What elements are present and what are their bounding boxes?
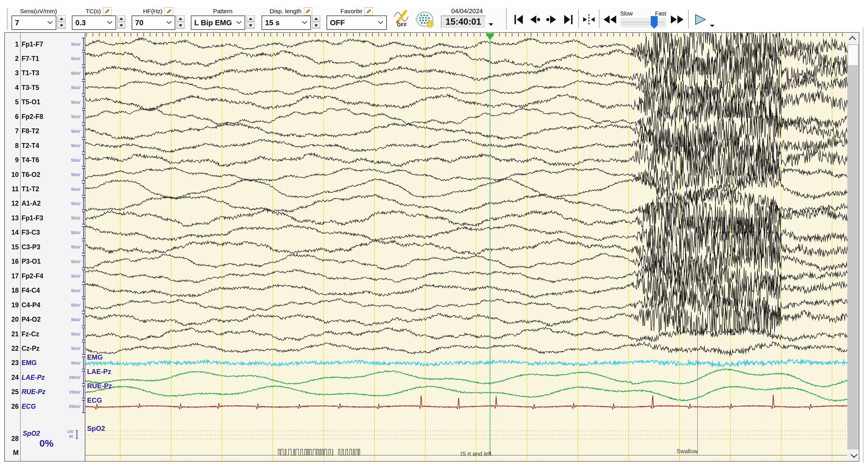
center-cursor-button[interactable] bbox=[582, 13, 596, 26]
hf-combo[interactable]: 70 bbox=[132, 15, 175, 30]
channel-row[interactable]: 1Fp1-F750uV bbox=[5, 37, 85, 52]
channel-row[interactable]: 11T1-T250uV bbox=[5, 182, 85, 196]
calibration-bar bbox=[82, 298, 85, 312]
channel-row[interactable]: 7F8-T250uV bbox=[5, 124, 85, 138]
chevron-down-icon bbox=[299, 20, 308, 25]
calibration-bar bbox=[82, 386, 85, 399]
channel-row[interactable]: 2F7-T150uV bbox=[5, 52, 85, 66]
arrow-left-dot-icon bbox=[529, 14, 541, 25]
channel-row[interactable]: 12A1-A250uV bbox=[5, 196, 85, 211]
tc-up-button[interactable] bbox=[117, 15, 125, 22]
channel-label: Fp2-F8 bbox=[22, 113, 64, 121]
channel-label: RUE-Pz bbox=[22, 388, 64, 396]
tc-down-button[interactable] bbox=[117, 23, 125, 29]
channel-row[interactable]: 25RUE-Pz150uV bbox=[5, 385, 85, 399]
channel-row[interactable]: 22Cz-Pz50uV bbox=[5, 341, 85, 356]
pencil-icon bbox=[366, 8, 372, 14]
channel-row[interactable]: 13Fp1-F350uV bbox=[5, 211, 85, 225]
channel-row[interactable]: 24LAE-Pz150uV bbox=[5, 370, 85, 385]
trace-channel-label: ECG bbox=[87, 396, 102, 404]
pattern-up-button[interactable] bbox=[246, 15, 255, 22]
trace-area[interactable]: EMGLAE-PzRUE-PzECGSpO2IS rt and leftSwal… bbox=[85, 33, 848, 461]
scroll-up-button[interactable] bbox=[847, 33, 859, 44]
channel-row[interactable]: 16P3-O150uV bbox=[5, 255, 85, 269]
hf-up-button[interactable] bbox=[177, 15, 185, 22]
eeg-trace-canvas[interactable] bbox=[85, 33, 848, 461]
display-length-up-button[interactable] bbox=[312, 15, 320, 22]
filter-toggle-button[interactable]: OFF bbox=[393, 9, 411, 28]
hf-down-button[interactable] bbox=[177, 23, 185, 29]
play-icon bbox=[693, 13, 707, 26]
window-edge-groove bbox=[863, 27, 863, 462]
channel-row[interactable]: 4T3-T550uV bbox=[5, 80, 85, 95]
channel-number: 12 bbox=[5, 200, 19, 207]
channel-row[interactable]: 3T1-T350uV bbox=[5, 66, 85, 80]
vertical-scrollbar[interactable] bbox=[847, 33, 859, 461]
slider-thumb[interactable] bbox=[651, 16, 658, 29]
channel-row[interactable]: 17Fp2-F450uV bbox=[5, 269, 85, 283]
channel-row[interactable]: 20P4-O250uV bbox=[5, 312, 85, 327]
scroll-down-button[interactable] bbox=[847, 450, 859, 461]
display-length-spinner bbox=[312, 15, 320, 29]
chevron-down-icon bbox=[850, 451, 857, 458]
channel-row[interactable]: 19C4-P450uV bbox=[5, 298, 85, 312]
channel-row[interactable]: 18F4-C450uV bbox=[5, 284, 85, 298]
pattern-combo[interactable]: L Bip EMG bbox=[191, 15, 245, 30]
toolbar-separator bbox=[506, 9, 507, 29]
calibration-bar bbox=[75, 430, 78, 439]
channel-number: 15 bbox=[5, 243, 19, 251]
tc-combo[interactable]: 0.3 bbox=[72, 15, 116, 30]
channel-number: 4 bbox=[5, 84, 19, 92]
channel-row[interactable]: 5T5-O150uV bbox=[5, 95, 85, 109]
favorite-edit-button[interactable] bbox=[365, 7, 373, 15]
pattern-down-button[interactable] bbox=[246, 23, 255, 29]
channel-row[interactable]: 10T6-O250uV bbox=[5, 167, 85, 182]
play-menu-caret[interactable] bbox=[710, 25, 715, 27]
go-first-button[interactable] bbox=[512, 13, 526, 26]
channel-scale: 50uV bbox=[64, 129, 81, 134]
channel-row[interactable]: 21Fz-Cz50uV bbox=[5, 327, 85, 341]
page-forward-button[interactable] bbox=[545, 13, 559, 26]
event-annotation[interactable]: IS rt and left bbox=[460, 451, 492, 457]
faster-button[interactable] bbox=[670, 13, 684, 26]
channel-label: T6-O2 bbox=[22, 171, 64, 179]
channel-row[interactable]: 8T2-T450uV bbox=[5, 138, 85, 153]
display-length-down-button[interactable] bbox=[312, 23, 320, 29]
calibration-bar bbox=[82, 313, 85, 326]
channel-row[interactable]: 9T4-T650uV bbox=[5, 153, 85, 167]
tc-edit-button[interactable] bbox=[103, 7, 112, 15]
calibration-bar bbox=[82, 269, 85, 283]
slower-button[interactable] bbox=[602, 13, 617, 26]
channel-row[interactable]: 26ECG250uV bbox=[5, 399, 85, 413]
marker-channel-label: M bbox=[13, 449, 19, 457]
sensitivity-combo[interactable]: 7 bbox=[11, 15, 56, 30]
page-back-button[interactable] bbox=[528, 13, 542, 26]
sensitivity-down-button[interactable] bbox=[58, 23, 65, 29]
channel-scale: 150uV bbox=[64, 390, 81, 394]
favorite-combo[interactable]: OFF bbox=[327, 15, 387, 30]
channel-row[interactable]: 6Fp2-F850uV bbox=[5, 109, 85, 124]
chevron-down-icon bbox=[44, 20, 53, 25]
go-last-button[interactable] bbox=[561, 13, 576, 26]
sensitivity-up-button[interactable] bbox=[58, 15, 65, 22]
display-length-edit-button[interactable] bbox=[304, 7, 312, 15]
hf-edit-button[interactable] bbox=[165, 7, 173, 15]
hf-value: 70 bbox=[135, 19, 144, 27]
time-menu-caret[interactable] bbox=[489, 23, 493, 26]
eeg-viewer-window: Sens(uV/mm) 7 TC(s) 0.3 bbox=[0, 0, 868, 465]
channel-number: 1 bbox=[5, 40, 19, 48]
channel-row[interactable]: 14F3-C350uV bbox=[5, 226, 85, 240]
transport-separator bbox=[599, 9, 599, 28]
montage-settings-button[interactable] bbox=[415, 11, 436, 29]
channel-number: 22 bbox=[5, 345, 19, 353]
speed-slider[interactable] bbox=[620, 18, 666, 28]
display-length-combo[interactable]: 15 s bbox=[261, 15, 311, 30]
channel-row[interactable]: 15C3-P350uV bbox=[5, 240, 85, 254]
channel-row[interactable]: 23EMG50uV bbox=[5, 356, 85, 370]
channel-scale: 50uV bbox=[64, 245, 81, 249]
channel-panel: 1Fp1-F750uV2F7-T150uV3T1-T350uV4T3-T550u… bbox=[5, 33, 85, 461]
scrollbar-thumb[interactable] bbox=[848, 45, 858, 65]
play-button[interactable] bbox=[692, 13, 708, 26]
event-annotation[interactable]: Swallow bbox=[677, 448, 698, 455]
toolbar-grip[interactable] bbox=[7, 9, 8, 29]
